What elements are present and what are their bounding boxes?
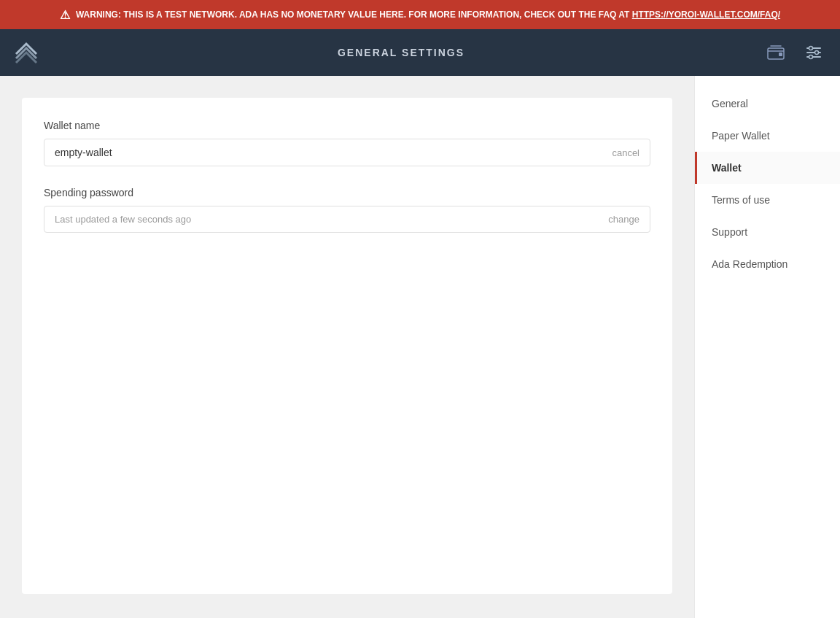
navbar-actions	[761, 38, 828, 67]
spending-password-row: Last updated a few seconds ago change	[44, 206, 650, 233]
cancel-button[interactable]: cancel	[612, 147, 639, 158]
sidebar-item-general[interactable]: General	[695, 88, 840, 120]
sidebar-item-paper-wallet[interactable]: Paper Wallet	[695, 120, 840, 152]
wallet-name-group: Wallet name cancel	[44, 120, 650, 166]
main-content: Wallet name cancel Spending password Las…	[0, 76, 840, 618]
warning-text: WARNING: THIS IS A TEST NETWORK. ADA HAS…	[76, 9, 780, 20]
wallet-name-input[interactable]	[55, 147, 612, 158]
sidebar-item-ada-redemption[interactable]: Ada Redemption	[695, 248, 840, 280]
spending-password-group: Spending password Last updated a few sec…	[44, 187, 650, 233]
svg-point-7	[809, 55, 813, 59]
page-title: GENERAL SETTINGS	[338, 47, 464, 58]
wallet-name-input-row: cancel	[44, 139, 650, 166]
svg-point-5	[809, 47, 813, 50]
spending-password-status: Last updated a few seconds ago	[55, 214, 191, 225]
wallet-name-label: Wallet name	[44, 120, 650, 131]
yoroi-logo-icon	[12, 38, 41, 67]
settings-icon-button[interactable]	[799, 38, 828, 67]
settings-card: Wallet name cancel Spending password Las…	[22, 98, 672, 594]
svg-rect-1	[779, 53, 782, 56]
spending-password-label: Spending password	[44, 187, 650, 198]
change-password-button[interactable]: change	[608, 214, 639, 225]
content-area: Wallet name cancel Spending password Las…	[0, 76, 694, 618]
logo	[12, 38, 41, 67]
navbar: GENERAL SETTINGS	[0, 29, 840, 76]
warning-icon: ⚠	[60, 8, 70, 22]
sidebar: GeneralPaper WalletWalletTerms of useSup…	[694, 76, 840, 618]
warning-banner: ⚠ WARNING: THIS IS A TEST NETWORK. ADA H…	[0, 0, 840, 29]
warning-link[interactable]: HTTPS://YOROI-WALLET.COM/FAQ/	[632, 9, 780, 20]
sidebar-item-support[interactable]: Support	[695, 216, 840, 248]
sidebar-item-wallet[interactable]: Wallet	[695, 152, 840, 184]
wallet-icon-button[interactable]	[761, 38, 790, 67]
wallet-nav-icon	[766, 42, 786, 63]
sidebar-item-terms-of-use[interactable]: Terms of use	[695, 184, 840, 216]
filter-icon	[804, 42, 824, 63]
svg-point-6	[815, 51, 819, 55]
